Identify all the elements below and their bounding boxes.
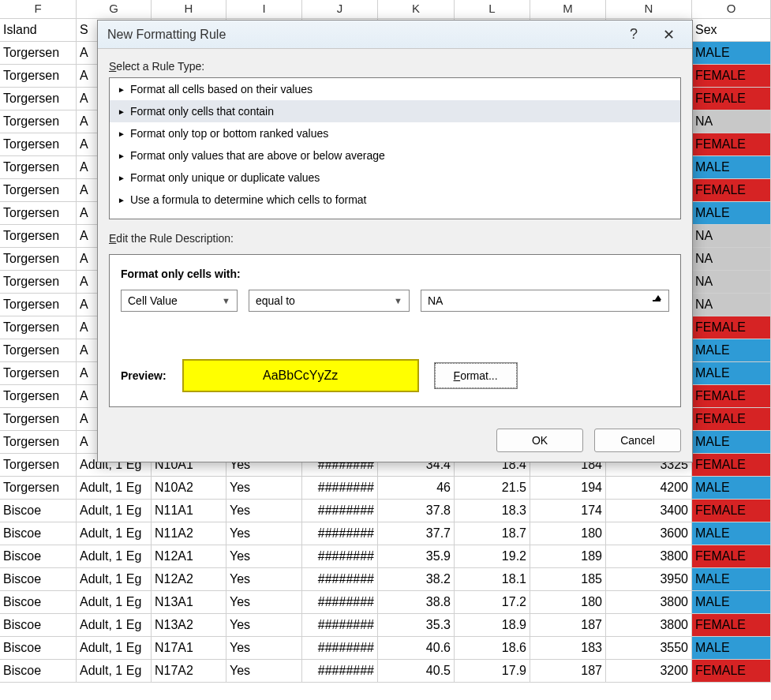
cell[interactable]: Torgersen [0, 202, 77, 224]
cell[interactable]: ######## [302, 522, 378, 545]
cell[interactable]: Biscoe [0, 568, 77, 590]
cell[interactable]: FEMALE [692, 385, 771, 407]
cell[interactable]: Torgersen [0, 431, 77, 453]
cell[interactable]: Biscoe [0, 591, 77, 613]
cell[interactable]: FEMALE [692, 454, 771, 476]
rule-type-list[interactable]: ►Format all cells based on their values►… [109, 77, 681, 219]
cell[interactable]: NA [692, 225, 771, 247]
cell[interactable]: 174 [530, 500, 606, 522]
cell[interactable]: Torgersen [0, 179, 77, 201]
cell[interactable]: MALE [692, 202, 771, 224]
cell[interactable]: Torgersen [0, 248, 77, 270]
cell[interactable]: 40.5 [378, 660, 455, 682]
cell[interactable]: 3950 [606, 568, 692, 590]
cell[interactable]: Torgersen [0, 65, 77, 87]
cell[interactable]: FEMALE [692, 660, 771, 682]
cell[interactable]: Sex [692, 19, 771, 41]
cell[interactable]: 18.9 [455, 614, 530, 636]
cell[interactable]: Island [0, 19, 77, 41]
ok-button[interactable]: OK [496, 429, 583, 452]
col-header-O[interactable]: O [692, 0, 771, 18]
cell[interactable]: 3800 [606, 591, 692, 613]
cell[interactable]: ######## [302, 477, 378, 499]
cell[interactable]: FEMALE [692, 88, 771, 110]
cell[interactable]: 3200 [606, 660, 692, 682]
cell[interactable]: 37.8 [378, 500, 455, 522]
col-header-F[interactable]: F [0, 0, 77, 18]
cell[interactable]: N13A2 [152, 614, 226, 636]
cell[interactable]: N10A2 [152, 477, 226, 499]
col-header-G[interactable]: G [77, 0, 152, 18]
cell[interactable]: Yes [226, 545, 302, 567]
cell[interactable]: 187 [530, 614, 606, 636]
cell[interactable]: ######## [302, 614, 378, 636]
cell[interactable]: Torgersen [0, 316, 77, 339]
cell[interactable]: Torgersen [0, 339, 77, 361]
cell[interactable]: 35.9 [378, 545, 455, 567]
cell[interactable]: ######## [302, 500, 378, 522]
cell[interactable]: 180 [530, 522, 606, 545]
cell[interactable]: 38.8 [378, 591, 455, 613]
cell[interactable]: Torgersen [0, 271, 77, 293]
cell[interactable]: 17.9 [455, 660, 530, 682]
cell[interactable]: FEMALE [692, 408, 771, 430]
cell[interactable]: Biscoe [0, 614, 77, 636]
cell[interactable]: Adult, 1 Eg [77, 637, 152, 659]
cell[interactable]: Torgersen [0, 225, 77, 247]
rule-type-item[interactable]: ►Format only unique or duplicate values [110, 167, 680, 189]
cell[interactable]: 189 [530, 545, 606, 567]
help-button[interactable]: ? [616, 23, 651, 47]
cell[interactable]: FEMALE [692, 545, 771, 567]
rule-type-item[interactable]: ►Format only cells that contain [110, 100, 680, 122]
cell[interactable]: 3800 [606, 614, 692, 636]
cell[interactable]: MALE [692, 431, 771, 453]
cell[interactable]: 3550 [606, 637, 692, 659]
cell[interactable]: 21.5 [455, 477, 530, 499]
format-button[interactable]: Format... [435, 363, 517, 388]
cell[interactable]: Yes [226, 591, 302, 613]
cell[interactable]: N13A1 [152, 591, 226, 613]
cell[interactable]: 180 [530, 591, 606, 613]
cell[interactable]: N11A1 [152, 500, 226, 522]
cell[interactable]: 187 [530, 660, 606, 682]
cell[interactable]: 18.7 [455, 522, 530, 545]
cell[interactable]: Biscoe [0, 500, 77, 522]
cell[interactable]: NA [692, 294, 771, 316]
cell[interactable]: N17A1 [152, 637, 226, 659]
cell[interactable]: ######## [302, 660, 378, 682]
cell[interactable]: Torgersen [0, 156, 77, 178]
cell[interactable]: FEMALE [692, 316, 771, 339]
cell[interactable]: N11A2 [152, 522, 226, 545]
cell[interactable]: Adult, 1 Eg [77, 545, 152, 567]
cell[interactable]: Biscoe [0, 522, 77, 545]
cell[interactable]: 38.2 [378, 568, 455, 590]
cell[interactable]: Adult, 1 Eg [77, 477, 152, 499]
cell[interactable]: FEMALE [692, 133, 771, 155]
cell[interactable]: MALE [692, 522, 771, 545]
cell[interactable]: MALE [692, 568, 771, 590]
cell[interactable]: N12A1 [152, 545, 226, 567]
cell[interactable]: Adult, 1 Eg [77, 591, 152, 613]
cell[interactable]: Torgersen [0, 408, 77, 430]
cell[interactable]: 17.2 [455, 591, 530, 613]
cell[interactable]: 183 [530, 637, 606, 659]
cell[interactable]: Yes [226, 637, 302, 659]
cell[interactable]: Torgersen [0, 42, 77, 64]
cell[interactable]: 37.7 [378, 522, 455, 545]
operator-combo[interactable]: equal to ▼ [249, 290, 410, 312]
cell[interactable]: FEMALE [692, 500, 771, 522]
cell[interactable]: 4200 [606, 477, 692, 499]
cell[interactable]: MALE [692, 591, 771, 613]
cell[interactable]: Yes [226, 500, 302, 522]
cell[interactable]: Torgersen [0, 362, 77, 384]
cell[interactable]: MALE [692, 362, 771, 384]
cell[interactable]: NA [692, 271, 771, 293]
cell[interactable]: Adult, 1 Eg [77, 568, 152, 590]
cell[interactable]: FEMALE [692, 179, 771, 201]
cell[interactable]: MALE [692, 477, 771, 499]
cell[interactable]: NA [692, 248, 771, 270]
cell[interactable]: FEMALE [692, 614, 771, 636]
cell[interactable]: NA [692, 110, 771, 133]
col-header-K[interactable]: K [378, 0, 455, 18]
cell[interactable]: Adult, 1 Eg [77, 522, 152, 545]
